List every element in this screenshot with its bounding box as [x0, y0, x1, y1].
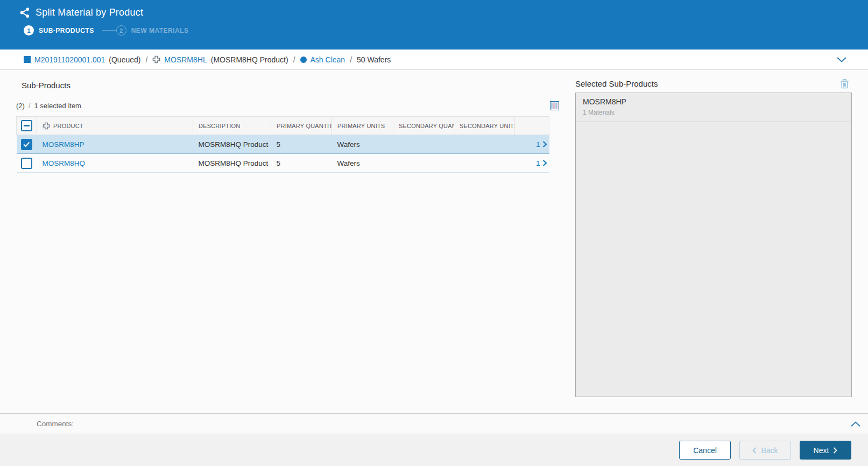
row-details-link[interactable]: 1: [536, 159, 547, 167]
breadcrumb-product: MOSRM8HL (MOSRM8HQ Product): [152, 55, 288, 64]
cell-secondary-units: [454, 154, 515, 173]
product-link[interactable]: MOSRM8HL: [164, 55, 207, 64]
step-number-badge: 2: [116, 25, 126, 36]
step-sub-products[interactable]: 1 SUB-PRODUCTS: [24, 25, 94, 36]
material-link[interactable]: M201911020001.001: [34, 55, 105, 64]
cell-secondary-units: [454, 135, 515, 154]
sub-products-section: Sub-Products (2) / 1 selected item: [16, 70, 554, 413]
chevron-right-icon: [542, 141, 547, 147]
next-button[interactable]: Next: [800, 441, 851, 460]
breadcrumb-separator: /: [293, 55, 295, 64]
table-header-row: PRODUCT DESCRIPTION PRIMARY QUANTITY PRI…: [17, 117, 549, 135]
selected-sub-products-list: MOSRM8HP 1 Materials: [575, 93, 852, 397]
footer-action-bar: Cancel Back Next: [0, 434, 868, 466]
column-chooser-icon[interactable]: [550, 101, 559, 110]
cell-primary-units: Wafers: [332, 154, 393, 173]
delete-trash-icon[interactable]: [840, 79, 852, 89]
comments-collapse-chevron-up-icon[interactable]: [851, 421, 860, 427]
cell-primary-quantity: 5: [271, 154, 332, 173]
container-icon: [24, 56, 31, 63]
cell-secondary-quantity: [393, 154, 454, 173]
material-quantity: 50 Wafers: [357, 55, 391, 64]
step-new-materials[interactable]: 2 NEW MATERIALS: [116, 25, 189, 36]
item-count: (2): [16, 102, 25, 110]
product-icon: [152, 55, 160, 63]
page-title: Split Material by Product: [36, 7, 143, 18]
operation-status-icon: [300, 57, 307, 63]
cancel-button[interactable]: Cancel: [679, 441, 731, 460]
list-item[interactable]: MOSRM8HP 1 Materials: [576, 93, 851, 122]
cell-description: MOSRM8HQ Product: [193, 135, 271, 154]
column-header-primary-units[interactable]: PRIMARY UNITS: [332, 117, 393, 135]
toolbar-separator: /: [29, 102, 31, 110]
product-detail: (MOSRM8HQ Product): [211, 55, 288, 64]
product-icon: [43, 122, 50, 130]
table-row-mosrm8hp[interactable]: MOSRM8HP MOSRM8HQ Product 5 Wafers 1: [17, 135, 549, 154]
wizard-steps: 1 SUB-PRODUCTS 2 NEW MATERIALS: [24, 25, 868, 36]
cell-primary-units: Wafers: [332, 135, 393, 154]
cell-primary-quantity: 5: [271, 135, 332, 154]
column-header-primary-quantity[interactable]: PRIMARY QUANTITY: [271, 117, 332, 135]
step-number-badge: 1: [24, 25, 34, 36]
breadcrumb-expand-chevron-down-icon[interactable]: [837, 57, 846, 62]
column-header-actions: [515, 117, 549, 135]
row-details-link[interactable]: 1: [536, 140, 547, 149]
breadcrumb: M201911020001.001 (Queued) / MOSRM8HL (M…: [0, 50, 868, 70]
selected-product-name: MOSRM8HP: [583, 97, 844, 106]
breadcrumb-separator: /: [145, 55, 147, 64]
table-row-mosrm8hq[interactable]: MOSRM8HQ MOSRM8HQ Product 5 Wafers 1: [17, 154, 549, 173]
selection-summary: 1 selected item: [34, 102, 81, 110]
chevron-right-icon: [833, 447, 837, 454]
column-header-description[interactable]: DESCRIPTION: [193, 117, 271, 135]
split-share-icon: [19, 7, 31, 18]
breadcrumb-material: M201911020001.001 (Queued): [24, 55, 140, 64]
sub-products-table: PRODUCT DESCRIPTION PRIMARY QUANTITY PRI…: [16, 116, 549, 173]
grid-toolbar: (2) / 1 selected item: [16, 100, 554, 111]
product-name-link[interactable]: MOSRM8HP: [43, 140, 84, 149]
selected-product-materials: 1 Materials: [583, 109, 844, 116]
product-name-link[interactable]: MOSRM8HQ: [43, 159, 86, 167]
comments-bar: Comments:: [0, 413, 868, 434]
chevron-left-icon: [752, 447, 757, 454]
step-label: NEW MATERIALS: [131, 27, 189, 34]
selected-panel-title: Selected Sub-Products: [575, 79, 658, 88]
selected-sub-products-section: Selected Sub-Products MOSRM8HP 1 Materia…: [575, 70, 852, 413]
comments-label: Comments:: [37, 420, 74, 428]
select-all-checkbox[interactable]: [21, 120, 32, 131]
details-count: 1: [536, 140, 540, 149]
column-header-product[interactable]: PRODUCT: [37, 117, 193, 135]
app-header: Split Material by Product 1 SUB-PRODUCTS…: [0, 0, 868, 50]
cell-secondary-quantity: [393, 135, 454, 154]
chevron-right-icon: [542, 160, 547, 166]
step-label: SUB-PRODUCTS: [39, 27, 94, 34]
sub-products-title: Sub-Products: [22, 81, 554, 90]
cell-description: MOSRM8HQ Product: [193, 154, 271, 173]
back-button[interactable]: Back: [739, 441, 791, 460]
column-header-secondary-units[interactable]: SECONDARY UNITS: [454, 117, 515, 135]
row-checkbox[interactable]: [21, 158, 32, 169]
details-count: 1: [536, 159, 540, 167]
row-checkbox[interactable]: [21, 139, 32, 150]
breadcrumb-separator: /: [350, 55, 352, 64]
material-status: (Queued): [109, 55, 140, 64]
column-header-secondary-quantity[interactable]: SECONDARY QUANTITY: [393, 117, 454, 135]
operation-link[interactable]: Ash Clean: [310, 55, 345, 64]
breadcrumb-operation: Ash Clean: [300, 55, 345, 64]
main-content: Sub-Products (2) / 1 selected item: [0, 70, 868, 413]
step-connector: [102, 30, 116, 31]
